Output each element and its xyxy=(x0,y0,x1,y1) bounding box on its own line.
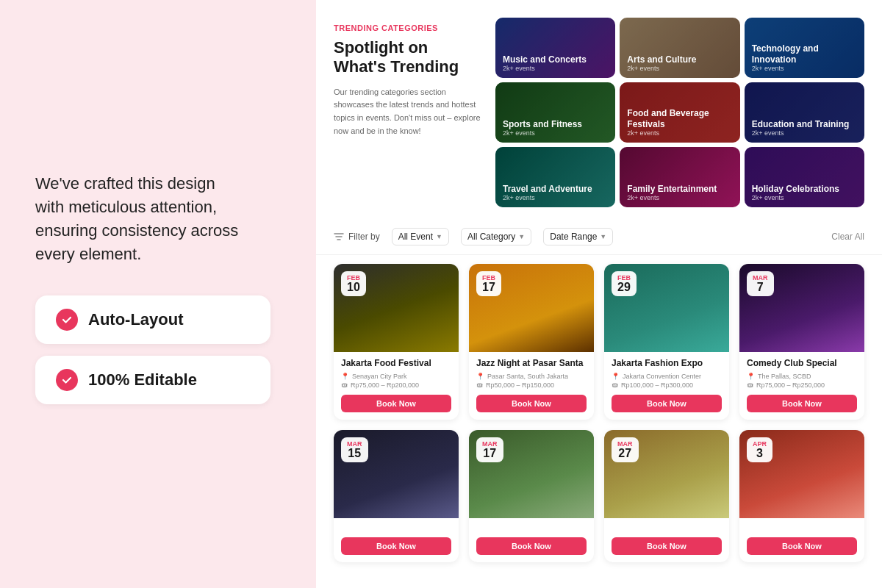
event-day: 17 xyxy=(482,282,495,293)
date-badge: Mar 27 xyxy=(612,437,639,462)
category-card-arts[interactable]: Arts and Culture 2k+ events xyxy=(620,18,739,78)
editable-label: 100% Editable xyxy=(88,370,197,390)
event-image: Mar 27 xyxy=(604,430,729,518)
filter-bar: Filter by All Event ▼ All Category ▼ Dat… xyxy=(316,219,882,255)
event-location: 📍 The Pallas, SCBD xyxy=(747,373,857,380)
location-icon: 📍 xyxy=(747,373,755,380)
editable-badge: 100% Editable xyxy=(35,356,270,404)
event-title: Jazz Night at Pasar Santa xyxy=(476,358,587,370)
spotlight-desc: Our trending categories section showcase… xyxy=(334,86,481,137)
cat-count: 2k+ events xyxy=(627,194,732,201)
event-card-ev7: Mar 27 Book Now xyxy=(604,430,729,562)
check-icon-editable xyxy=(56,369,78,391)
left-panel: We've crafted this design with meticulou… xyxy=(0,0,316,588)
event-image: Apr 3 xyxy=(739,430,864,518)
cat-count: 2k+ events xyxy=(627,65,732,72)
date-badge: Apr 3 xyxy=(747,437,772,462)
event-info: Book Now xyxy=(739,518,864,562)
event-day: 7 xyxy=(753,282,768,293)
event-price: 🎟 Rp100,000 – Rp300,000 xyxy=(612,381,722,389)
categories-info: TRENDING CATEGORIES Spotlight on What's … xyxy=(334,18,481,137)
event-info: Comedy Club Special 📍 The Pallas, SCBD 🎟… xyxy=(739,352,864,420)
category-card-food[interactable]: Food and Beverage Festivals 2k+ events xyxy=(620,82,739,143)
cat-name: Family Entertainment xyxy=(627,184,732,194)
date-range-dropdown[interactable]: Date Range ▼ xyxy=(543,228,613,245)
date-badge: Mar 17 xyxy=(476,437,503,462)
ticket-icon: 🎟 xyxy=(747,381,753,389)
event-card-ev8: Apr 3 Book Now xyxy=(739,430,864,562)
category-card-family[interactable]: Family Entertainment 2k+ events xyxy=(620,147,739,207)
ticket-icon: 🎟 xyxy=(476,381,483,389)
event-title: Jakarta Food Festival xyxy=(341,358,451,370)
event-price: 🎟 Rp75,000 – Rp200,000 xyxy=(341,381,451,389)
auto-layout-badge: Auto-Layout xyxy=(35,295,270,344)
cat-name: Arts and Culture xyxy=(627,54,732,65)
cat-count: 2k+ events xyxy=(752,65,857,72)
category-grid: Music and Concerts 2k+ events Arts and C… xyxy=(495,18,864,207)
chevron-down-icon: ▼ xyxy=(600,233,606,240)
auto-layout-label: Auto-Layout xyxy=(88,310,184,329)
event-image: Feb 10 xyxy=(334,264,459,352)
event-price: 🎟 Rp50,000 – Rp150,000 xyxy=(476,381,587,389)
category-card-tech[interactable]: Technology and Innovation 2k+ events xyxy=(745,18,864,78)
filter-label: Filter by xyxy=(348,232,380,242)
event-info: Jakarta Food Festival 📍 Senayan City Par… xyxy=(334,352,459,420)
event-day: 29 xyxy=(617,282,631,293)
check-icon-auto-layout xyxy=(56,309,78,331)
event-card-ev6: Mar 17 Book Now xyxy=(469,430,594,562)
event-image: Mar 17 xyxy=(469,430,594,518)
book-now-button[interactable]: Book Now xyxy=(476,395,587,412)
date-badge: Feb 29 xyxy=(612,271,637,296)
event-image: Mar 15 xyxy=(334,430,459,518)
ticket-icon: 🎟 xyxy=(341,381,348,389)
date-badge: Mar 7 xyxy=(747,271,774,296)
event-location: 📍 Senayan City Park xyxy=(341,373,451,380)
location-icon: 📍 xyxy=(476,373,484,380)
date-range-label: Date Range xyxy=(550,232,597,242)
filter-icon xyxy=(334,232,344,242)
chevron-down-icon: ▼ xyxy=(518,233,525,240)
event-card-ev2: Feb 17 Jazz Night at Pasar Santa 📍 Pasar… xyxy=(469,264,594,420)
book-now-button[interactable]: Book Now xyxy=(612,537,722,555)
category-card-sports[interactable]: Sports and Fitness 2k+ events xyxy=(495,82,615,143)
cat-count: 2k+ events xyxy=(503,194,608,201)
book-now-button[interactable]: Book Now xyxy=(747,537,857,555)
event-info: Jazz Night at Pasar Santa 📍 Pasar Santa,… xyxy=(469,352,594,420)
book-now-button[interactable]: Book Now xyxy=(747,395,857,412)
event-location: 📍 Pasar Santa, South Jakarta xyxy=(476,373,587,380)
book-now-button[interactable]: Book Now xyxy=(612,395,722,412)
all-event-label: All Event xyxy=(398,232,433,242)
all-event-dropdown[interactable]: All Event ▼ xyxy=(392,228,449,245)
cat-name: Holiday Celebrations xyxy=(752,184,857,194)
trending-label: TRENDING CATEGORIES xyxy=(334,24,481,32)
filter-icon-text: Filter by xyxy=(334,232,380,242)
event-day: 10 xyxy=(347,282,360,293)
book-now-button[interactable]: Book Now xyxy=(476,537,587,555)
event-location: 📍 Jakarta Convention Center xyxy=(612,373,722,380)
cat-count: 2k+ events xyxy=(627,129,732,137)
events-grid: Feb 10 Jakarta Food Festival 📍 Senayan C… xyxy=(316,258,882,568)
cat-count: 2k+ events xyxy=(503,65,608,72)
category-card-music[interactable]: Music and Concerts 2k+ events xyxy=(495,18,615,78)
event-title: Comedy Club Special xyxy=(747,358,857,370)
left-tagline: We've crafted this design with meticulou… xyxy=(35,172,241,266)
event-image: Feb 17 xyxy=(469,264,594,352)
event-card-ev1: Feb 10 Jakarta Food Festival 📍 Senayan C… xyxy=(334,264,459,420)
cat-count: 2k+ events xyxy=(752,129,857,137)
all-category-label: All Category xyxy=(467,232,515,242)
event-day: 27 xyxy=(617,448,633,459)
cat-name: Music and Concerts xyxy=(503,54,608,65)
category-card-travel[interactable]: Travel and Adventure 2k+ events xyxy=(495,147,615,207)
category-card-holiday[interactable]: Holiday Celebrations 2k+ events xyxy=(745,147,864,207)
clear-all-button[interactable]: Clear All xyxy=(831,232,864,242)
event-card-ev4: Mar 7 Comedy Club Special 📍 The Pallas, … xyxy=(739,264,864,420)
book-now-button[interactable]: Book Now xyxy=(341,395,451,412)
cat-name: Sports and Fitness xyxy=(503,119,608,129)
cat-count: 2k+ events xyxy=(752,194,857,201)
book-now-button[interactable]: Book Now xyxy=(341,537,451,555)
location-icon: 📍 xyxy=(341,373,349,380)
event-day: 17 xyxy=(482,448,498,459)
all-category-dropdown[interactable]: All Category ▼ xyxy=(461,228,531,245)
event-price: 🎟 Rp75,000 – Rp250,000 xyxy=(747,381,857,389)
category-card-edu[interactable]: Education and Training 2k+ events xyxy=(745,82,864,143)
